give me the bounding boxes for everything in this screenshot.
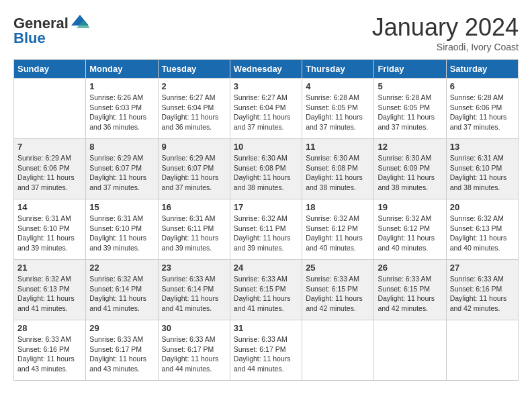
- calendar-cell: 20Sunrise: 6:32 AMSunset: 6:13 PMDayligh…: [446, 199, 518, 260]
- day-number: 24: [234, 263, 298, 273]
- cell-content: Sunrise: 6:33 AMSunset: 6:15 PMDaylight:…: [306, 274, 370, 314]
- day-number: 29: [89, 323, 154, 333]
- calendar-cell: 24Sunrise: 6:33 AMSunset: 6:15 PMDayligh…: [230, 260, 302, 320]
- day-number: 28: [17, 323, 82, 333]
- cell-content: Sunrise: 6:28 AMSunset: 6:05 PMDaylight:…: [378, 93, 442, 132]
- calendar-cell: 14Sunrise: 6:31 AMSunset: 6:10 PMDayligh…: [14, 199, 86, 260]
- day-number: 22: [89, 263, 154, 273]
- calendar-cell: 12Sunrise: 6:30 AMSunset: 6:09 PMDayligh…: [374, 139, 446, 199]
- day-number: 27: [450, 263, 515, 273]
- header-wednesday: Wednesday: [230, 60, 302, 79]
- logo-icon: [70, 13, 90, 34]
- cell-content: Sunrise: 6:32 AMSunset: 6:11 PMDaylight:…: [234, 214, 298, 253]
- cell-content: Sunrise: 6:28 AMSunset: 6:05 PMDaylight:…: [306, 93, 370, 132]
- cell-content: Sunrise: 6:32 AMSunset: 6:13 PMDaylight:…: [450, 214, 515, 253]
- calendar-cell: 13Sunrise: 6:31 AMSunset: 6:10 PMDayligh…: [446, 139, 518, 199]
- cell-content: Sunrise: 6:29 AMSunset: 6:07 PMDaylight:…: [162, 153, 226, 193]
- week-row-4: 21Sunrise: 6:32 AMSunset: 6:13 PMDayligh…: [14, 260, 519, 320]
- cell-content: Sunrise: 6:33 AMSunset: 6:16 PMDaylight:…: [450, 274, 515, 314]
- day-number: 31: [234, 323, 298, 333]
- week-row-5: 28Sunrise: 6:33 AMSunset: 6:16 PMDayligh…: [14, 320, 519, 381]
- calendar-cell: 25Sunrise: 6:33 AMSunset: 6:15 PMDayligh…: [302, 260, 374, 320]
- cell-content: Sunrise: 6:33 AMSunset: 6:17 PMDaylight:…: [89, 334, 154, 374]
- calendar-cell: 2Sunrise: 6:27 AMSunset: 6:04 PMDaylight…: [158, 79, 230, 139]
- calendar-cell: 15Sunrise: 6:31 AMSunset: 6:10 PMDayligh…: [86, 199, 158, 260]
- week-row-3: 14Sunrise: 6:31 AMSunset: 6:10 PMDayligh…: [14, 199, 519, 260]
- cell-content: Sunrise: 6:31 AMSunset: 6:11 PMDaylight:…: [162, 214, 226, 253]
- cell-content: Sunrise: 6:33 AMSunset: 6:15 PMDaylight:…: [234, 274, 298, 314]
- cell-content: Sunrise: 6:30 AMSunset: 6:08 PMDaylight:…: [306, 153, 370, 193]
- cell-content: Sunrise: 6:27 AMSunset: 6:04 PMDaylight:…: [234, 93, 298, 132]
- cell-content: Sunrise: 6:32 AMSunset: 6:12 PMDaylight:…: [306, 214, 370, 253]
- calendar-table: SundayMondayTuesdayWednesdayThursdayFrid…: [13, 59, 519, 381]
- calendar-cell: 28Sunrise: 6:33 AMSunset: 6:16 PMDayligh…: [14, 320, 86, 381]
- cell-content: Sunrise: 6:32 AMSunset: 6:13 PMDaylight:…: [17, 274, 82, 314]
- calendar-cell: 21Sunrise: 6:32 AMSunset: 6:13 PMDayligh…: [14, 260, 86, 320]
- day-number: 1: [89, 81, 154, 91]
- day-number: 18: [306, 202, 370, 212]
- cell-content: Sunrise: 6:33 AMSunset: 6:15 PMDaylight:…: [378, 274, 442, 314]
- week-row-1: 1Sunrise: 6:26 AMSunset: 6:03 PMDaylight…: [14, 79, 519, 139]
- calendar-header-row: SundayMondayTuesdayWednesdayThursdayFrid…: [14, 60, 519, 79]
- calendar-cell: [302, 320, 374, 381]
- calendar-cell: 5Sunrise: 6:28 AMSunset: 6:05 PMDaylight…: [374, 79, 446, 139]
- cell-content: Sunrise: 6:33 AMSunset: 6:17 PMDaylight:…: [162, 334, 226, 374]
- calendar-cell: 1Sunrise: 6:26 AMSunset: 6:03 PMDaylight…: [86, 79, 158, 139]
- calendar-cell: 30Sunrise: 6:33 AMSunset: 6:17 PMDayligh…: [158, 320, 230, 381]
- calendar-cell: 29Sunrise: 6:33 AMSunset: 6:17 PMDayligh…: [86, 320, 158, 381]
- day-number: 21: [17, 263, 82, 273]
- calendar-cell: 3Sunrise: 6:27 AMSunset: 6:04 PMDaylight…: [230, 79, 302, 139]
- day-number: 7: [17, 142, 82, 152]
- day-number: 3: [234, 81, 298, 91]
- calendar-cell: 10Sunrise: 6:30 AMSunset: 6:08 PMDayligh…: [230, 139, 302, 199]
- cell-content: Sunrise: 6:33 AMSunset: 6:17 PMDaylight:…: [234, 334, 298, 374]
- cell-content: Sunrise: 6:32 AMSunset: 6:14 PMDaylight:…: [89, 274, 154, 314]
- day-number: 9: [162, 142, 226, 152]
- cell-content: Sunrise: 6:31 AMSunset: 6:10 PMDaylight:…: [89, 214, 154, 253]
- calendar-cell: 19Sunrise: 6:32 AMSunset: 6:12 PMDayligh…: [374, 199, 446, 260]
- cell-content: Sunrise: 6:26 AMSunset: 6:03 PMDaylight:…: [89, 93, 154, 132]
- day-number: 11: [306, 142, 370, 152]
- cell-content: Sunrise: 6:30 AMSunset: 6:08 PMDaylight:…: [234, 153, 298, 193]
- day-number: 15: [89, 202, 154, 212]
- day-number: 12: [378, 142, 442, 152]
- cell-content: Sunrise: 6:27 AMSunset: 6:04 PMDaylight:…: [162, 93, 226, 132]
- day-number: 8: [89, 142, 154, 152]
- calendar-cell: 16Sunrise: 6:31 AMSunset: 6:11 PMDayligh…: [158, 199, 230, 260]
- calendar-cell: 31Sunrise: 6:33 AMSunset: 6:17 PMDayligh…: [230, 320, 302, 381]
- cell-content: Sunrise: 6:30 AMSunset: 6:09 PMDaylight:…: [378, 153, 442, 193]
- day-number: 6: [450, 81, 515, 91]
- calendar-cell: 7Sunrise: 6:29 AMSunset: 6:06 PMDaylight…: [14, 139, 86, 199]
- day-number: 14: [17, 202, 82, 212]
- cell-content: Sunrise: 6:33 AMSunset: 6:16 PMDaylight:…: [17, 334, 82, 374]
- calendar-cell: [446, 320, 518, 381]
- calendar-cell: 11Sunrise: 6:30 AMSunset: 6:08 PMDayligh…: [302, 139, 374, 199]
- logo-blue: Blue: [13, 30, 46, 47]
- cell-content: Sunrise: 6:31 AMSunset: 6:10 PMDaylight:…: [17, 214, 82, 253]
- page-header: General Blue January 2024 Siraodi, Ivory…: [13, 13, 519, 52]
- header-thursday: Thursday: [302, 60, 374, 79]
- day-number: 5: [378, 81, 442, 91]
- calendar-cell: 4Sunrise: 6:28 AMSunset: 6:05 PMDaylight…: [302, 79, 374, 139]
- header-sunday: Sunday: [14, 60, 86, 79]
- calendar-cell: [374, 320, 446, 381]
- header-friday: Friday: [374, 60, 446, 79]
- day-number: 10: [234, 142, 298, 152]
- calendar-cell: [14, 79, 86, 139]
- day-number: 30: [162, 323, 226, 333]
- cell-content: Sunrise: 6:29 AMSunset: 6:07 PMDaylight:…: [89, 153, 154, 193]
- calendar-cell: 23Sunrise: 6:33 AMSunset: 6:14 PMDayligh…: [158, 260, 230, 320]
- day-number: 25: [306, 263, 370, 273]
- cell-content: Sunrise: 6:32 AMSunset: 6:12 PMDaylight:…: [378, 214, 442, 253]
- day-number: 4: [306, 81, 370, 91]
- day-number: 26: [378, 263, 442, 273]
- day-number: 13: [450, 142, 515, 152]
- cell-content: Sunrise: 6:28 AMSunset: 6:06 PMDaylight:…: [450, 93, 515, 132]
- calendar-cell: 18Sunrise: 6:32 AMSunset: 6:12 PMDayligh…: [302, 199, 374, 260]
- header-saturday: Saturday: [446, 60, 518, 79]
- calendar-cell: 26Sunrise: 6:33 AMSunset: 6:15 PMDayligh…: [374, 260, 446, 320]
- month-title: January 2024: [372, 13, 519, 42]
- day-number: 2: [162, 81, 226, 91]
- calendar-cell: 27Sunrise: 6:33 AMSunset: 6:16 PMDayligh…: [446, 260, 518, 320]
- calendar-cell: 9Sunrise: 6:29 AMSunset: 6:07 PMDaylight…: [158, 139, 230, 199]
